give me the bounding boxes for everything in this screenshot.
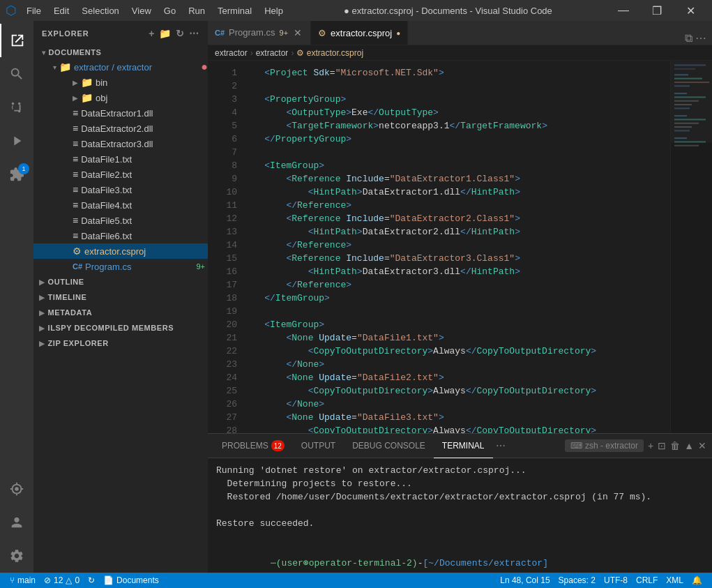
panel-tab-debug-console[interactable]: DEBUG CONSOLE: [344, 434, 434, 458]
panel-tab-debug-label: DEBUG CONSOLE: [352, 441, 425, 451]
maximize-panel-button[interactable]: ▲: [684, 440, 694, 451]
menu-edit[interactable]: Edit: [48, 4, 75, 17]
chevron-right-icon: ▶: [39, 294, 45, 301]
minimap: [670, 61, 712, 433]
tree-item-extractor-csproj[interactable]: ⚙ extractor.csproj: [33, 243, 208, 259]
activity-settings[interactable]: [0, 539, 33, 573]
tree-item-program-cs[interactable]: C# Program.cs 9+: [33, 259, 208, 274]
section-ilspy[interactable]: ▶ ILSPY DECOMPILED MEMBERS: [33, 320, 208, 336]
bell-icon: 🔔: [692, 575, 702, 585]
menu-run[interactable]: Run: [183, 4, 211, 17]
close-button[interactable]: ✕: [674, 0, 706, 21]
title-bar: ⬡ File Edit Selection View Go Run Termin…: [0, 0, 712, 21]
section-zip[interactable]: ▶ ZIP EXPLORER: [33, 336, 208, 351]
tab-program-cs[interactable]: C# Program.cs 9+ ✕: [208, 21, 311, 45]
more-actions-button[interactable]: ⋯: [695, 31, 706, 45]
tree-item-datafile3-txt[interactable]: ≡ DataFile3.txt: [33, 182, 208, 197]
tree-item-dataextractor2-dll[interactable]: ≡ DataExtractor2.dll: [33, 121, 208, 136]
terminal-line: Determining projects to restore...: [216, 477, 704, 490]
panel-tab-output[interactable]: OUTPUT: [293, 434, 344, 458]
tree-item-obj[interactable]: ▶ 📁 obj: [33, 90, 208, 105]
tab-close-button[interactable]: ✕: [292, 27, 303, 38]
minimize-button[interactable]: —: [607, 0, 639, 21]
csproj-icon: ⚙: [73, 246, 82, 257]
file-icon: ≡: [73, 215, 78, 226]
menu-view[interactable]: View: [126, 4, 157, 17]
tree-item-dataextractor3-dll[interactable]: ≡ DataExtractor3.dll: [33, 136, 208, 151]
activity-account[interactable]: [0, 506, 33, 539]
menu-help[interactable]: Help: [259, 4, 289, 17]
error-icon: ⊘: [44, 575, 51, 585]
menu-selection[interactable]: Selection: [76, 4, 124, 17]
panel-tab-terminal[interactable]: TERMINAL: [434, 434, 493, 458]
split-terminal-button[interactable]: ⊡: [658, 440, 666, 451]
section-metadata[interactable]: ▶ METADATA: [33, 305, 208, 320]
breadcrumb-sep-2: ›: [291, 48, 294, 58]
line-col-label: Ln 48, Col 15: [500, 575, 550, 585]
section-timeline[interactable]: ▶ TIMELINE: [33, 289, 208, 305]
tree-item-bin[interactable]: ▶ 📁 bin: [33, 75, 208, 90]
panel-more-button[interactable]: ⋯: [493, 440, 508, 451]
activity-run-debug[interactable]: [0, 124, 33, 158]
tree-item-extractor-root[interactable]: ▾ 📁 extractor / extractor ●: [33, 59, 208, 75]
section-outline[interactable]: ▶ OUTLINE: [33, 274, 208, 289]
code-editor[interactable]: 12345 678910 1112131415 1617181920 21222…: [208, 61, 712, 433]
tree-item-datafile6-txt[interactable]: ≡ DataFile6.txt: [33, 228, 208, 243]
maximize-button[interactable]: ❐: [641, 0, 673, 21]
file-tree: ▾ DOCUMENTS ▾ 📁 extractor / extractor ● …: [33, 45, 208, 573]
breadcrumb-file[interactable]: ⚙ extractor.csproj: [296, 48, 363, 58]
breadcrumb-extractor-folder[interactable]: extractor: [215, 48, 248, 58]
status-location[interactable]: 📄 Documents: [99, 573, 163, 588]
status-eol[interactable]: CRLF: [632, 573, 662, 588]
window-controls: — ❐ ✕: [607, 0, 706, 21]
tree-item-datafile4-txt[interactable]: ≡ DataFile4.txt: [33, 197, 208, 213]
status-line-col[interactable]: Ln 48, Col 15: [496, 573, 554, 588]
tree-item-datafile1-txt[interactable]: ≡ DataFile1.txt: [33, 151, 208, 167]
vscode-icon: ⬡: [6, 3, 17, 18]
status-notifications[interactable]: 🔔: [688, 573, 706, 588]
panel-tab-problems[interactable]: PROBLEMS 12: [213, 434, 293, 458]
chevron-right-icon: ▶: [39, 278, 45, 286]
split-editor-button[interactable]: ⧉: [685, 32, 692, 45]
terminal-line: Restored /home/user/Documents/extractor/…: [216, 490, 704, 504]
activity-extensions[interactable]: 1: [0, 158, 33, 191]
new-file-icon[interactable]: +: [149, 28, 155, 39]
breadcrumb-extractor-subfolder[interactable]: extractor: [256, 48, 289, 58]
file-icon: ≡: [73, 184, 78, 195]
collapse-icon[interactable]: ⋯: [189, 28, 199, 39]
section-documents[interactable]: ▾ DOCUMENTS: [33, 45, 208, 59]
kill-terminal-button[interactable]: 🗑: [670, 440, 680, 451]
status-language[interactable]: XML: [662, 573, 688, 588]
status-git-branch[interactable]: ⑂ main: [6, 573, 40, 588]
activity-explorer[interactable]: [0, 24, 33, 57]
panel-tabs: PROBLEMS 12 OUTPUT DEBUG CONSOLE TERMINA…: [208, 434, 712, 458]
new-folder-icon[interactable]: 📁: [159, 28, 172, 39]
add-terminal-button[interactable]: +: [648, 440, 653, 451]
tree-item-dataextractor1-dll[interactable]: ≡ DataExtractor1.dll: [33, 105, 208, 121]
tab-extractor-csproj[interactable]: ⚙ extractor.csproj ●: [311, 21, 408, 45]
terminal-name: zsh - extractor: [585, 441, 638, 451]
terminal-content[interactable]: Running 'dotnet restore' on extractor/ex…: [208, 458, 712, 573]
status-sync[interactable]: ↻: [84, 573, 99, 588]
close-panel-button[interactable]: ✕: [698, 440, 706, 451]
tree-item-label: DataFile3.txt: [81, 185, 208, 195]
refresh-icon[interactable]: ↻: [176, 28, 185, 39]
modified-dot-icon: ●: [201, 61, 208, 73]
tree-item-datafile5-txt[interactable]: ≡ DataFile5.txt: [33, 213, 208, 228]
tree-item-datafile2-txt[interactable]: ≡ DataFile2.txt: [33, 167, 208, 182]
terminal-line: [216, 530, 704, 543]
file-icon: ≡: [73, 107, 78, 119]
window-title: ● extractor.csproj - Documents - Visual …: [289, 6, 607, 16]
activity-search[interactable]: [0, 57, 33, 91]
sidebar-title: EXPLORER: [42, 29, 89, 38]
status-encoding[interactable]: UTF-8: [600, 573, 632, 588]
menu-go[interactable]: Go: [158, 4, 181, 17]
activity-remote[interactable]: [0, 472, 33, 506]
activity-source-control[interactable]: [0, 91, 33, 124]
menu-file[interactable]: File: [21, 4, 47, 17]
code-content[interactable]: <Project Sdk="Microsoft.NET.Sdk"> <Prope…: [243, 61, 670, 433]
tab-label: Program.cs: [229, 27, 275, 38]
status-errors-warnings[interactable]: ⊘ 12 △ 0: [40, 573, 84, 588]
status-spaces[interactable]: Spaces: 2: [554, 573, 600, 588]
menu-terminal[interactable]: Terminal: [212, 4, 257, 17]
